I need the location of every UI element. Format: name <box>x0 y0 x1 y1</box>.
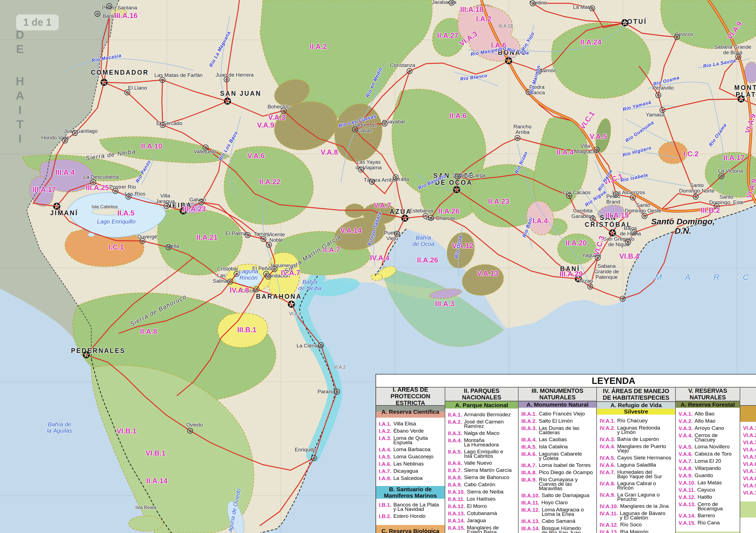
legend-item-code: V.A.12. <box>679 495 696 499</box>
area-code-label: III.A.29 <box>559 270 583 278</box>
town-marker-icon <box>126 194 131 200</box>
legend-item-code: IV.A.12. <box>600 522 618 527</box>
haiti-country-label: H A I T I <box>16 74 24 146</box>
legend-item: IV.A.6.Laguna Saladilla <box>600 463 673 467</box>
legend-item-code: III.A.14. <box>521 526 540 531</box>
area-code-label: II.A.4 <box>556 148 574 157</box>
capital-star-icon: ✪ <box>224 96 231 106</box>
legend-item-name: Lagunas de Bávaro y El Caletón <box>620 511 665 520</box>
legend-column-header: II. PARQUES NACIONALES <box>445 387 518 401</box>
legend-columns: I. AREAS DE PROTECCION ESTRICTAA. Reserv… <box>376 387 756 533</box>
legend-item: VI.A.2 <box>743 433 756 438</box>
legend-item: II.A.15.Manglares de Estero Balsa <box>448 525 516 533</box>
legend-item-name: José del Carmen Ramírez <box>464 420 504 428</box>
legend-item-code: IV.A.8. <box>600 481 615 486</box>
town-label: El Llano <box>128 85 147 91</box>
legend-item: V.A.15.Río Cana <box>679 520 738 525</box>
legend-item-name: Bancos de La Plata y La Navidad <box>393 503 439 511</box>
legend-item: III.A.4.Las Caobas <box>521 437 594 442</box>
town-marker-icon <box>261 236 266 242</box>
legend-item-code: I.A.6. <box>379 462 391 466</box>
town-marker-icon <box>62 138 68 144</box>
legend-item: V.A.6.Cabeza de Toro <box>679 452 738 456</box>
capital-star-icon: ✪ <box>100 78 108 87</box>
town-marker-icon <box>72 130 78 136</box>
legend-item: II.A.9.Cabo Cabrón <box>448 482 516 487</box>
town-marker-icon <box>265 274 271 280</box>
legend-item-code: V.A.10. <box>679 480 696 485</box>
town-marker-icon <box>369 179 375 185</box>
legend-item: III.A.1.Cabo Francés Viejo <box>521 412 594 416</box>
province-capital-label: COMENDADOR <box>91 69 149 76</box>
legend-item: I.B.2.Estero Hondo <box>379 514 443 519</box>
legend-item: IV.A.2.Lagunas Redonda y Limón <box>600 426 673 435</box>
area-code-label: I.C.2 <box>684 150 699 158</box>
legend-item-code: V.A.6. <box>679 452 693 456</box>
legend-item: IV.A.3.Bahía de Luperón <box>600 437 673 442</box>
town-marker-icon <box>613 192 619 198</box>
page-indicator-badge: 1 de 1 <box>16 14 59 30</box>
legend-item-name: Loma El 20 <box>694 459 721 463</box>
legend-item-code: V.A.15. <box>679 520 696 525</box>
town-marker-icon <box>719 173 724 179</box>
town-label: Estebanía <box>409 208 433 214</box>
legend-item: I.A.6.Las Neblinas <box>379 462 443 466</box>
town-label: Cristóbal <box>217 266 238 272</box>
legend-section-bar: A. Reserva Forestal <box>676 401 740 408</box>
town-marker-icon <box>107 3 112 9</box>
legend-item: IV.A.11.Lagunas de Bávaro y El Caletón <box>600 511 673 520</box>
legend-item-code: III.A.11. <box>521 500 539 505</box>
legend-item-code: IV.A.2. <box>600 426 615 430</box>
legend-item-code: I.A.1. <box>379 421 391 426</box>
town-label: Santo Domingo Este <box>709 194 744 205</box>
legend-item-name: El Morro <box>467 504 487 508</box>
town-marker-icon <box>358 167 364 173</box>
legend-item-code: IV.A.3. <box>600 437 615 442</box>
legend-item: II.A.3.Nalga de Maco <box>448 431 516 436</box>
legend-column-header <box>740 387 756 406</box>
area-code-label: III.B.1 <box>237 326 256 334</box>
town-marker-icon <box>160 122 166 128</box>
legend-item-name: Manglares de Estero Balsa <box>467 525 499 533</box>
legend-item: III.A.3.Las Dunas de las Calderas <box>521 426 594 435</box>
town-marker-icon <box>352 127 358 132</box>
legend-item: V.A.9.Guanito <box>679 473 738 478</box>
town-marker-icon <box>228 279 233 285</box>
town-marker-icon <box>674 34 680 40</box>
area-code-label: II.A.26 <box>438 207 460 215</box>
legend-item-code: VI.A.5 <box>743 454 756 459</box>
town-label: La Descubierta <box>83 174 119 180</box>
legend-item-name: Loma Barbacoa <box>393 447 430 452</box>
legend-item: I.B.1.Bancos de La Plata y La Navidad <box>379 503 443 511</box>
legend-item-name: Humedales del Bajo Yaque del Sur <box>617 470 662 479</box>
legend-item-code: II.A.9. <box>448 482 462 487</box>
legend-section-bar: B. <box>740 501 756 518</box>
legend-item-name: Lagunas Redonda y Limón <box>617 426 660 435</box>
area-code-label: V.A.6 <box>247 151 265 160</box>
legend-item-name: Río Cumayasa y Cuevas de las Maravillas <box>539 477 594 491</box>
legend-item-code: I.A.5. <box>379 454 391 459</box>
legend-item: III.A.7.Loma Isabel de Torres <box>521 463 594 468</box>
legend-item-code: II.A.12. <box>448 504 465 509</box>
town-marker-icon <box>140 238 146 244</box>
area-code-label: II.A.20 <box>566 239 587 247</box>
town-marker-icon <box>660 107 665 113</box>
legend-item: I.A.8.La Salcedoa <box>379 476 443 481</box>
legend-item: II.A.13.Cotubanamá <box>448 511 516 516</box>
area-code-small-label: VI.A.4 <box>289 311 301 316</box>
legend-item: V.A.8.Villarpando <box>679 466 738 471</box>
town-label: La Victoria <box>718 168 743 174</box>
legend-item: IV.A.7.Humedales del Bajo Yaque del Sur <box>600 470 673 479</box>
legend-item-name: Loma Guaconejo <box>393 454 433 459</box>
town-label: Paraíso <box>317 389 336 394</box>
legend-column: II. PARQUES NACIONALESA. Parque Nacional… <box>445 387 519 533</box>
legend-item-name: Arroyo Cano <box>694 426 724 430</box>
legend-item-name: Cabeza de Toro <box>694 452 732 456</box>
town-marker-icon <box>394 231 400 237</box>
legend-item: VI.A.4 <box>743 447 756 452</box>
legend-item-code: II.A.8. <box>448 475 462 480</box>
legend-item: II.A.5.Lago Enriquillo e Isla Cabritos <box>448 449 516 458</box>
legend-item-name: Loma Altagracia o Loma la Enea <box>542 508 584 517</box>
legend-item-code: III.A.10. <box>521 493 540 498</box>
legend-item-code: VI.A.6 <box>743 462 756 466</box>
